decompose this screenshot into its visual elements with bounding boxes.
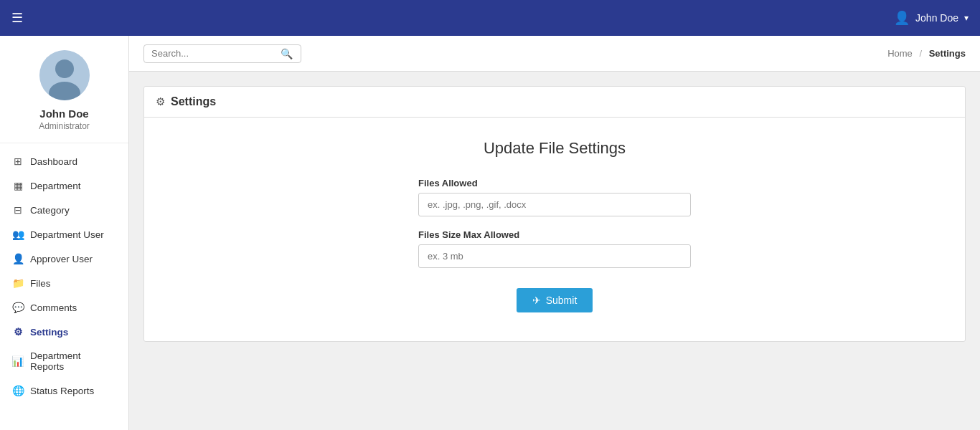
search-input[interactable] bbox=[151, 48, 281, 59]
files-allowed-group: Files Allowed bbox=[418, 178, 691, 216]
sidebar-item-category[interactable]: ⊟ Category bbox=[0, 198, 128, 222]
sidebar-profile: John Doe Administrator bbox=[0, 36, 128, 143]
profile-name: John Doe bbox=[39, 108, 88, 120]
department-user-icon: 👥 bbox=[11, 229, 24, 240]
sidebar-item-label: Status Reports bbox=[30, 386, 94, 396]
sidebar-item-department-user[interactable]: 👥 Department User bbox=[0, 222, 128, 247]
search-box[interactable]: 🔍 bbox=[143, 44, 301, 63]
topbar-user-menu[interactable]: 👤 John Doe ▾ bbox=[894, 10, 969, 26]
hamburger-icon[interactable]: ☰ bbox=[11, 10, 23, 26]
files-allowed-input[interactable] bbox=[418, 193, 691, 216]
sidebar-item-label: Approver User bbox=[30, 254, 93, 264]
sidebar-item-label: Comments bbox=[30, 302, 77, 313]
sidebar-item-label: Settings bbox=[30, 327, 68, 338]
sidebar-item-label: Department User bbox=[30, 229, 104, 240]
sidebar-item-label: Dashboard bbox=[30, 156, 77, 167]
category-icon: ⊟ bbox=[11, 204, 24, 216]
topbar-username: John Doe bbox=[915, 12, 958, 24]
settings-nav-icon: ⚙ bbox=[11, 326, 24, 338]
card-header: ⚙ Settings bbox=[144, 87, 965, 118]
files-size-input[interactable] bbox=[418, 244, 691, 268]
sidebar-item-dashboard[interactable]: ⊞ Dashboard bbox=[0, 149, 128, 173]
main-content: ⚙ Settings Update File Settings Files Al… bbox=[129, 72, 980, 430]
breadcrumb: Home / Settings bbox=[887, 48, 966, 59]
breadcrumb-separator: / bbox=[919, 48, 922, 59]
files-size-label: Files Size Max Allowed bbox=[418, 229, 691, 240]
sidebar-item-label: Category bbox=[30, 205, 70, 216]
sidebar-item-files[interactable]: 📁 Files bbox=[0, 271, 128, 295]
sidebar-item-department-reports[interactable]: 📊 Department Reports bbox=[0, 344, 128, 378]
page-title: Settings bbox=[171, 95, 216, 108]
settings-card: ⚙ Settings Update File Settings Files Al… bbox=[143, 86, 966, 342]
content-header: 🔍 Home / Settings bbox=[129, 36, 980, 72]
breadcrumb-home: Home bbox=[887, 48, 913, 59]
files-size-group: Files Size Max Allowed bbox=[418, 229, 691, 268]
card-body: Update File Settings Files Allowed Files… bbox=[144, 118, 965, 341]
search-icon[interactable]: 🔍 bbox=[281, 48, 293, 59]
submit-label: Submit bbox=[546, 295, 578, 306]
content-area: 🔍 Home / Settings ⚙ Settings Update File… bbox=[129, 36, 980, 430]
sidebar: John Doe Administrator ⊞ Dashboard ▦ Dep… bbox=[0, 36, 129, 430]
sidebar-item-label: Files bbox=[30, 278, 51, 289]
status-reports-icon: 🌐 bbox=[11, 385, 24, 396]
profile-role: Administrator bbox=[39, 121, 90, 131]
topbar-left: ☰ bbox=[11, 10, 23, 26]
sidebar-item-settings[interactable]: ⚙ Settings bbox=[0, 320, 128, 344]
dashboard-icon: ⊞ bbox=[11, 156, 24, 167]
files-allowed-label: Files Allowed bbox=[418, 178, 691, 188]
sidebar-item-label: Department Reports bbox=[30, 350, 117, 372]
form-title: Update File Settings bbox=[484, 139, 626, 158]
topbar: ☰ 👤 John Doe ▾ bbox=[0, 0, 980, 36]
svg-point-1 bbox=[55, 59, 74, 78]
main-layout: John Doe Administrator ⊞ Dashboard ▦ Dep… bbox=[0, 36, 980, 430]
dept-reports-icon: 📊 bbox=[11, 355, 24, 367]
sidebar-item-comments[interactable]: 💬 Comments bbox=[0, 295, 128, 320]
sidebar-item-status-reports[interactable]: 🌐 Status Reports bbox=[0, 378, 128, 403]
approver-icon: 👤 bbox=[11, 253, 24, 264]
files-icon: 📁 bbox=[11, 277, 24, 289]
sidebar-item-department[interactable]: ▦ Department bbox=[0, 173, 128, 198]
breadcrumb-current: Settings bbox=[929, 48, 966, 59]
sidebar-item-label: Department bbox=[30, 181, 81, 191]
submit-button[interactable]: ✈ Submit bbox=[517, 288, 593, 312]
user-icon: 👤 bbox=[894, 10, 910, 26]
avatar bbox=[39, 50, 90, 100]
department-icon: ▦ bbox=[11, 180, 24, 191]
chevron-down-icon: ▾ bbox=[964, 13, 969, 23]
sidebar-item-approver-user[interactable]: 👤 Approver User bbox=[0, 247, 128, 271]
settings-icon: ⚙ bbox=[156, 95, 165, 108]
sidebar-nav: ⊞ Dashboard ▦ Department ⊟ Category 👥 De… bbox=[0, 143, 128, 408]
submit-icon: ✈ bbox=[532, 295, 541, 306]
comments-icon: 💬 bbox=[11, 302, 24, 313]
